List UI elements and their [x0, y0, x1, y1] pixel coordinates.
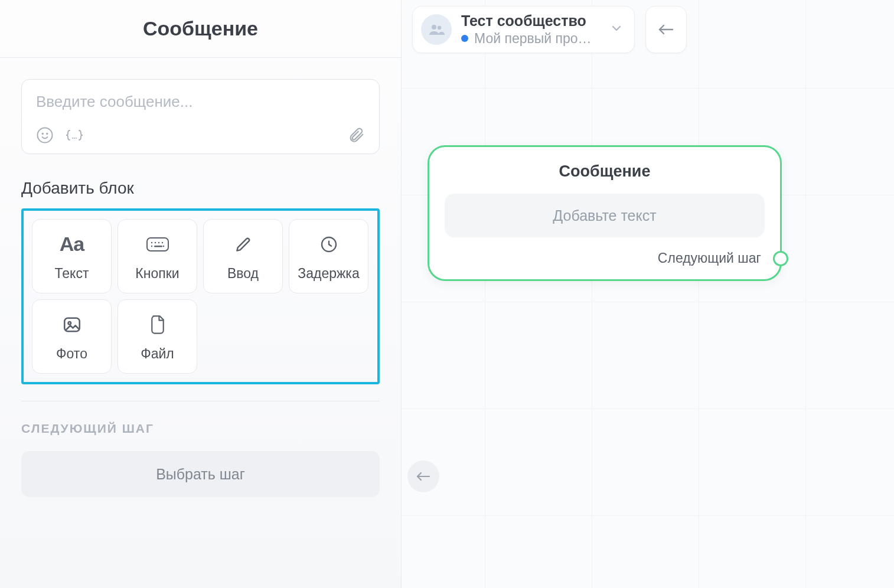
svg-point-13 [162, 245, 164, 246]
clock-icon [319, 231, 338, 257]
back-button[interactable] [645, 6, 687, 53]
message-input-box[interactable]: Введите сообщение... [21, 79, 380, 154]
node-title: Сообщение [445, 162, 765, 181]
community-title: Тест сообщество [461, 12, 592, 30]
block-delay[interactable]: Задержка [289, 219, 368, 293]
attachment-icon[interactable] [347, 126, 365, 144]
block-text-label: Текст [55, 266, 89, 282]
svg-point-17 [432, 25, 436, 30]
block-input-label: Ввод [227, 266, 259, 282]
status-dot [461, 35, 468, 42]
people-icon [428, 23, 445, 36]
svg-point-8 [154, 241, 155, 243]
next-step-heading: СЛЕДУЮЩИЙ ШАГ [21, 422, 380, 436]
block-file-label: Файл [141, 346, 174, 362]
block-delay-label: Задержка [298, 266, 359, 282]
canvas-back-arrow[interactable] [407, 460, 439, 492]
project-name: Мой первый про… [474, 31, 592, 47]
svg-point-1 [43, 133, 44, 135]
svg-point-18 [438, 26, 441, 30]
community-avatar [421, 14, 452, 45]
sidebar-content: Введите сообщение... [0, 58, 401, 497]
message-placeholder: Введите сообщение... [36, 93, 365, 111]
node-next-label: Следующий шаг [658, 250, 761, 266]
keyboard-icon [146, 231, 169, 257]
svg-point-11 [151, 245, 152, 246]
message-node[interactable]: Сообщение Добавьте текст Следующий шаг [428, 145, 782, 281]
chevron-down-icon[interactable] [609, 21, 624, 38]
block-input[interactable]: Ввод [203, 219, 283, 293]
pencil-icon [234, 231, 253, 257]
block-buttons[interactable]: Кнопки [118, 219, 197, 293]
svg-point-16 [68, 321, 71, 324]
node-add-text-label: Добавьте текст [553, 207, 656, 224]
emoji-icon[interactable] [36, 126, 54, 144]
block-picker: Aa Текст [21, 208, 380, 384]
node-footer: Следующий шаг [445, 250, 765, 266]
node-add-text[interactable]: Добавьте текст [445, 194, 765, 237]
svg-point-4 [74, 138, 75, 139]
add-block-title: Добавить блок [21, 179, 380, 198]
sidebar-title: Сообщение [143, 17, 258, 40]
node-output-port[interactable] [773, 251, 788, 266]
canvas-topbar: Тест сообщество Мой первый про… [412, 6, 687, 53]
image-icon [62, 312, 82, 338]
svg-point-2 [47, 133, 48, 135]
project-meta: Тест сообщество Мой первый про… [461, 12, 592, 47]
text-icon: Aa [60, 233, 84, 256]
message-toolbar [36, 126, 365, 144]
choose-step-button[interactable]: Выбрать шаг [21, 451, 380, 497]
sidebar-header: Сообщение [0, 0, 401, 58]
svg-point-10 [161, 241, 162, 243]
file-icon [149, 312, 167, 338]
divider [21, 401, 380, 401]
svg-point-3 [72, 138, 73, 139]
block-buttons-label: Кнопки [135, 266, 179, 282]
svg-point-0 [38, 128, 53, 143]
arrow-left-icon [415, 470, 432, 483]
project-selector[interactable]: Тест сообщество Мой первый про… [412, 6, 635, 53]
block-photo[interactable]: Фото [32, 299, 112, 374]
block-photo-label: Фото [56, 346, 87, 362]
block-text[interactable]: Aa Текст [32, 219, 112, 293]
svg-point-9 [158, 241, 159, 243]
svg-rect-12 [154, 246, 162, 247]
choose-step-label: Выбрать шаг [156, 466, 245, 483]
flow-canvas[interactable]: Тест сообщество Мой первый про… Сообщени… [402, 0, 894, 588]
arrow-left-icon [656, 22, 676, 37]
variables-icon[interactable] [64, 126, 84, 144]
block-file[interactable]: Файл [118, 299, 197, 374]
editor-sidebar: Сообщение Введите сообщение... [0, 0, 402, 588]
svg-point-7 [151, 241, 152, 243]
svg-point-5 [76, 138, 77, 139]
svg-rect-6 [147, 238, 168, 251]
